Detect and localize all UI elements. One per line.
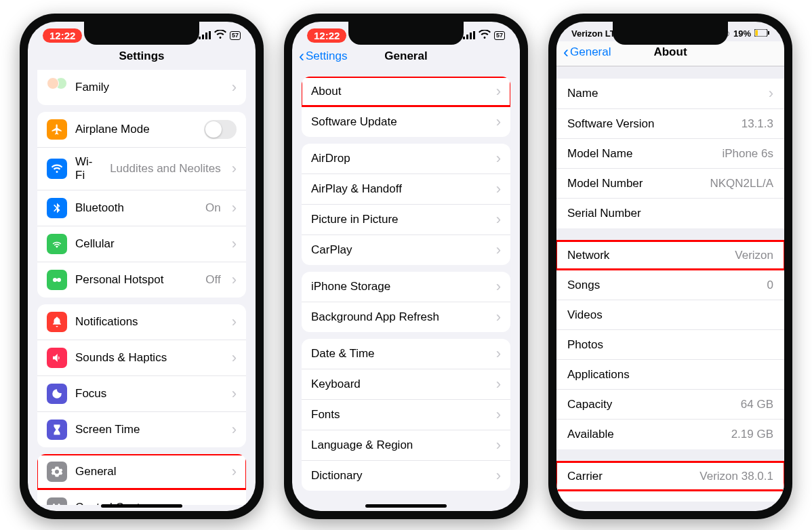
- chevron-right-icon: ›: [496, 468, 501, 483]
- svg-rect-21: [768, 31, 769, 35]
- chevron-right-icon: ›: [232, 272, 237, 287]
- row-controlcenter[interactable]: Control Center ›: [37, 490, 246, 505]
- row-available: Available 2.19 GB: [556, 420, 784, 449]
- battery-text: 19%: [733, 28, 751, 39]
- row-family[interactable]: Family ›: [37, 70, 246, 105]
- chevron-right-icon: ›: [496, 377, 501, 392]
- phone-general: 12:22 57 ‹ Settings General: [284, 14, 528, 519]
- row-airplay[interactable]: AirPlay & Handoff ›: [302, 174, 510, 205]
- wifi-icon: [479, 30, 491, 41]
- notch: [84, 22, 199, 45]
- phone-settings: 12:22 57 Settings Family ›: [20, 14, 264, 519]
- row-label: Airplane Mode: [75, 123, 196, 136]
- signal-icon: [199, 30, 211, 41]
- nav-header: ‹ Settings General: [292, 45, 520, 70]
- hourglass-icon: [47, 420, 67, 440]
- row-model-number[interactable]: Model Number NKQN2LL/A: [556, 169, 784, 199]
- chevron-left-icon: ‹: [299, 47, 304, 66]
- page-title: About: [653, 45, 687, 59]
- row-airplane[interactable]: Airplane Mode: [37, 112, 246, 148]
- row-notifications[interactable]: Notifications ›: [37, 304, 246, 340]
- chevron-left-icon: ‹: [563, 43, 569, 62]
- row-value: Verizon: [735, 249, 773, 262]
- row-label: General: [75, 465, 221, 478]
- chevron-right-icon: ›: [232, 314, 237, 329]
- about-list[interactable]: Name › Software Version 13.1.3 Model Nam…: [556, 66, 784, 502]
- row-carrier: Carrier Verizon 38.0.1: [556, 462, 784, 491]
- row-airdrop[interactable]: AirDrop ›: [302, 144, 510, 174]
- row-network: Network Verizon: [556, 241, 784, 270]
- home-indicator[interactable]: [365, 504, 447, 508]
- settings-list[interactable]: Family › Airplane Mode Wi-Fi: [28, 70, 256, 505]
- svg-rect-22: [756, 30, 758, 35]
- back-button[interactable]: ‹ General: [563, 43, 611, 62]
- svg-rect-2: [205, 33, 207, 39]
- chevron-right-icon: ›: [496, 438, 501, 453]
- row-label: Picture in Picture: [311, 213, 485, 226]
- row-focus[interactable]: Focus ›: [37, 376, 246, 412]
- bell-icon: [47, 312, 67, 332]
- wifi-icon: [214, 30, 226, 41]
- row-bg-refresh[interactable]: Background App Refresh ›: [302, 302, 510, 332]
- row-carplay[interactable]: CarPlay ›: [302, 235, 510, 265]
- row-value: 0: [767, 279, 773, 292]
- home-indicator[interactable]: [101, 504, 182, 508]
- row-date-time[interactable]: Date & Time ›: [302, 339, 510, 369]
- row-bluetooth[interactable]: Bluetooth On ›: [37, 190, 246, 226]
- row-general[interactable]: General ›: [37, 454, 246, 490]
- row-label: AirDrop: [311, 152, 485, 165]
- nav-header: Settings: [28, 45, 256, 70]
- nav-header: ‹ General About: [556, 41, 784, 66]
- status-right: 57: [463, 30, 505, 41]
- chevron-right-icon: ›: [232, 386, 237, 401]
- row-videos: Videos: [556, 300, 784, 330]
- row-value: Luddites and Neolites: [110, 162, 221, 176]
- row-hotspot[interactable]: Personal Hotspot Off ›: [37, 262, 246, 298]
- row-name[interactable]: Name ›: [556, 79, 784, 109]
- row-label: Language & Region: [311, 439, 485, 452]
- screen: 12:22 57 Settings Family ›: [28, 22, 256, 511]
- svg-rect-1: [202, 35, 204, 39]
- row-value: iPhone 6s: [722, 147, 773, 161]
- row-label: Background App Refresh: [311, 310, 485, 324]
- chevron-right-icon: ›: [232, 464, 237, 479]
- row-iphone-storage[interactable]: iPhone Storage ›: [302, 272, 510, 302]
- row-screentime[interactable]: Screen Time ›: [37, 412, 246, 447]
- row-label: Videos: [567, 308, 765, 322]
- back-button[interactable]: ‹ Settings: [299, 47, 347, 66]
- wifi-icon: [47, 159, 67, 179]
- row-wifi[interactable]: Wi-Fi Luddites and Neolites ›: [37, 148, 246, 190]
- row-label: Model Name: [567, 147, 714, 161]
- chevron-right-icon: ›: [232, 500, 237, 505]
- row-fonts[interactable]: Fonts ›: [302, 400, 510, 430]
- row-sounds[interactable]: Sounds & Haptics ›: [37, 340, 246, 376]
- row-value: NKQN2LL/A: [710, 177, 773, 190]
- row-cellular[interactable]: Cellular ›: [37, 226, 246, 262]
- screen: 12:22 57 ‹ Settings General: [292, 22, 520, 511]
- battery-icon: 57: [494, 31, 505, 40]
- row-label: Wi-Fi: [75, 155, 102, 182]
- airplane-toggle[interactable]: [204, 120, 237, 139]
- row-software-update[interactable]: Software Update ›: [302, 107, 510, 137]
- row-keyboard[interactable]: Keyboard ›: [302, 369, 510, 400]
- signal-icon: [463, 30, 475, 41]
- row-songs: Songs 0: [556, 270, 784, 300]
- battery-icon: [754, 29, 769, 39]
- general-list[interactable]: About › Software Update › AirDrop › AirP…: [292, 70, 520, 505]
- row-pip[interactable]: Picture in Picture ›: [302, 205, 510, 235]
- chevron-right-icon: ›: [496, 212, 501, 227]
- row-photos: Photos: [556, 330, 784, 360]
- row-label: Name: [567, 87, 750, 100]
- row-label: Software Version: [567, 117, 733, 131]
- chevron-right-icon: ›: [769, 86, 773, 101]
- row-about[interactable]: About ›: [302, 77, 510, 107]
- chevron-right-icon: ›: [496, 84, 501, 99]
- row-value: 2.19 GB: [731, 428, 773, 441]
- row-language[interactable]: Language & Region ›: [302, 430, 510, 461]
- svg-rect-18: [470, 33, 472, 39]
- row-dictionary[interactable]: Dictionary ›: [302, 461, 510, 491]
- svg-rect-17: [466, 35, 468, 39]
- back-label: General: [570, 45, 611, 59]
- row-label: CarPlay: [311, 243, 485, 257]
- svg-rect-19: [473, 31, 475, 39]
